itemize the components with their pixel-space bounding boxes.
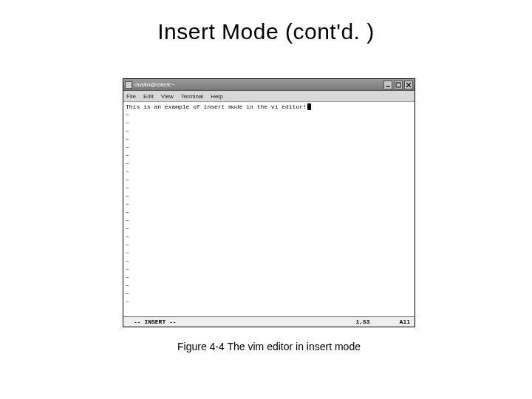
tilde-line: ~: [126, 257, 412, 265]
editor-text-line: This is an example of insert mode in the…: [126, 103, 412, 111]
tilde-line: ~: [126, 176, 412, 184]
status-right: 1,53 All: [355, 318, 410, 325]
menubar: File Edit View Terminal Help: [123, 91, 415, 102]
window-title-text: dustin@client:~: [134, 81, 175, 88]
tilde-line: ~: [126, 192, 412, 200]
tilde-line: ~: [126, 151, 412, 160]
tilde-line: ~: [126, 225, 412, 233]
tilde-line: ~: [126, 282, 412, 290]
tilde-line: ~: [126, 143, 412, 151]
tilde-line: ~: [126, 119, 412, 127]
slide-title: Insert Mode (cont'd. ): [0, 0, 532, 44]
window-titlebar: dustin@client:~: [123, 79, 415, 91]
vim-statusbar: -- INSERT -- 1,53 All: [123, 316, 415, 327]
text-cursor: [307, 103, 311, 110]
editor-text: This is an example of insert mode in the…: [126, 103, 307, 110]
tilde-line: ~: [126, 168, 412, 176]
menu-file[interactable]: File: [126, 93, 136, 100]
tilde-line: ~: [126, 127, 412, 135]
tilde-line: ~: [126, 233, 412, 241]
menu-view[interactable]: View: [161, 93, 174, 100]
window-controls: [383, 81, 413, 89]
tilde-line: ~: [126, 265, 412, 273]
tilde-line: ~: [126, 241, 412, 249]
menu-help[interactable]: Help: [211, 93, 222, 100]
status-mode: -- INSERT --: [128, 318, 177, 325]
slide: Insert Mode (cont'd. ) dustin@client:~: [0, 0, 532, 399]
tilde-line: ~: [126, 111, 412, 119]
tilde-line: ~: [126, 249, 412, 257]
close-icon[interactable]: [404, 81, 413, 89]
titlebar-left: dustin@client:~: [125, 81, 175, 89]
terminal-window: dustin@client:~ File Edit Vie: [123, 78, 415, 327]
tilde-line: ~: [126, 160, 412, 168]
minimize-icon[interactable]: [383, 81, 392, 89]
terminal-icon: [125, 81, 132, 89]
menu-edit[interactable]: Edit: [143, 93, 154, 100]
tilde-line: ~: [126, 298, 412, 306]
editor-area[interactable]: This is an example of insert mode in the…: [123, 102, 415, 316]
maximize-icon[interactable]: [394, 81, 403, 89]
status-scroll: All: [400, 318, 410, 325]
menu-terminal[interactable]: Terminal: [181, 93, 203, 100]
status-position: 1,53: [355, 318, 369, 325]
tilde-line: ~: [126, 290, 412, 298]
svg-rect-1: [396, 83, 400, 87]
tilde-line: ~: [126, 273, 412, 282]
tilde-line: ~: [126, 184, 412, 192]
tilde-line: ~: [126, 200, 412, 208]
tilde-line: ~: [126, 208, 412, 216]
empty-lines: ~~~~~~~~~~~~~~~~~~~~~~~~: [126, 111, 412, 306]
figure-caption: Figure 4-4 The vim editor in insert mode: [123, 341, 415, 352]
tilde-line: ~: [126, 135, 412, 143]
figure: dustin@client:~ File Edit Vie: [123, 78, 415, 352]
tilde-line: ~: [126, 216, 412, 225]
